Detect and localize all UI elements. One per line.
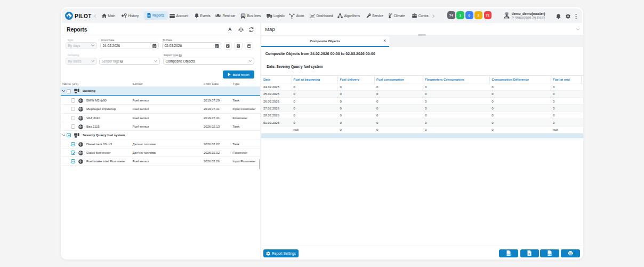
svg-text:CSV: CSV: [507, 254, 511, 256]
svg-text:PDF: PDF: [548, 254, 551, 256]
svg-text:x: x: [528, 252, 530, 255]
